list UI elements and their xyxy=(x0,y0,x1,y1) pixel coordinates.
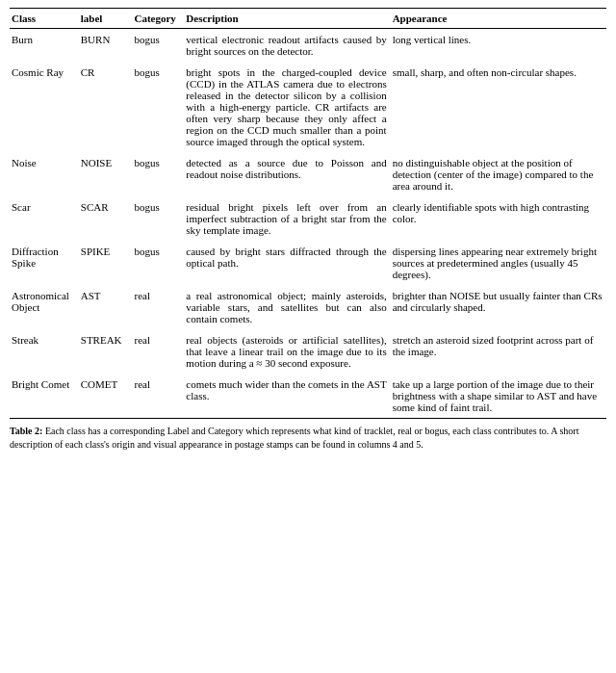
caption-label: Table 2: xyxy=(10,426,42,436)
cell-appearance: stretch an asteroid sized footprint acro… xyxy=(391,329,606,374)
cell-label: CR xyxy=(79,62,133,152)
cell-class: Cosmic Ray xyxy=(10,62,79,152)
caption-text: Each class has a corresponding Label and… xyxy=(10,426,578,450)
main-table: Class label Category Description Appeara… xyxy=(10,8,606,419)
table-row: ScarSCARbogusresidual bright pixels left… xyxy=(10,196,606,241)
header-category: Category xyxy=(133,9,185,29)
cell-category: bogus xyxy=(133,62,185,152)
cell-description: comets much wider than the comets in the… xyxy=(184,374,390,419)
cell-appearance: take up a large portion of the image due… xyxy=(391,374,606,419)
cell-class: Scar xyxy=(10,196,79,241)
cell-label: SPIKE xyxy=(79,241,133,285)
cell-category: real xyxy=(133,329,185,374)
table-caption: Table 2: Each class has a corresponding … xyxy=(0,419,616,459)
cell-appearance: small, sharp, and often non-circular sha… xyxy=(391,62,606,152)
table-row: Bright CometCOMETrealcomets much wider t… xyxy=(10,374,606,419)
cell-category: bogus xyxy=(133,29,185,63)
cell-class: Bright Comet xyxy=(10,374,79,419)
table-row: Cosmic RayCRbogusbright spots in the cha… xyxy=(10,62,606,152)
cell-description: a real astronomical object; mainly aster… xyxy=(184,285,390,329)
cell-description: residual bright pixels left over from an… xyxy=(184,196,390,241)
header-class: Class xyxy=(10,9,79,29)
cell-label: COMET xyxy=(79,374,133,419)
cell-appearance: no distinguishable object at the positio… xyxy=(391,152,606,196)
cell-class: Noise xyxy=(10,152,79,196)
cell-appearance: brighter than NOISE but usually fainter … xyxy=(391,285,606,329)
table-row: Diffraction SpikeSPIKEboguscaused by bri… xyxy=(10,241,606,285)
cell-class: Astronomical Object xyxy=(10,285,79,329)
cell-class: Burn xyxy=(10,29,79,63)
cell-category: bogus xyxy=(133,152,185,196)
cell-label: NOISE xyxy=(79,152,133,196)
cell-appearance: clearly identifiable spots with high con… xyxy=(391,196,606,241)
cell-label: STREAK xyxy=(79,329,133,374)
cell-category: bogus xyxy=(133,196,185,241)
cell-description: detected as a source due to Poisson and … xyxy=(184,152,390,196)
table-row: BurnBURNbogusvertical electronic readout… xyxy=(10,29,606,63)
cell-description: vertical electronic readout artifacts ca… xyxy=(184,29,390,63)
cell-description: caused by bright stars diffracted throug… xyxy=(184,241,390,285)
cell-class: Diffraction Spike xyxy=(10,241,79,285)
cell-appearance: dispersing lines appearing near extremel… xyxy=(391,241,606,285)
table-row: NoiseNOISEbogusdetected as a source due … xyxy=(10,152,606,196)
cell-description: bright spots in the charged-coupled devi… xyxy=(184,62,390,152)
header-description: Description xyxy=(184,9,390,29)
table-container: Class label Category Description Appeara… xyxy=(0,0,616,419)
table-row: Astronomical ObjectASTreala real astrono… xyxy=(10,285,606,329)
table-row: StreakSTREAKrealreal objects (asteroids … xyxy=(10,329,606,374)
header-label: label xyxy=(79,9,133,29)
cell-appearance: long vertical lines. xyxy=(391,29,606,63)
cell-label: SCAR xyxy=(79,196,133,241)
cell-label: AST xyxy=(79,285,133,329)
cell-category: real xyxy=(133,374,185,419)
cell-label: BURN xyxy=(79,29,133,63)
cell-description: real objects (asteroids or artificial sa… xyxy=(184,329,390,374)
header-appearance: Appearance xyxy=(391,9,606,29)
cell-category: bogus xyxy=(133,241,185,285)
cell-class: Streak xyxy=(10,329,79,374)
cell-category: real xyxy=(133,285,185,329)
